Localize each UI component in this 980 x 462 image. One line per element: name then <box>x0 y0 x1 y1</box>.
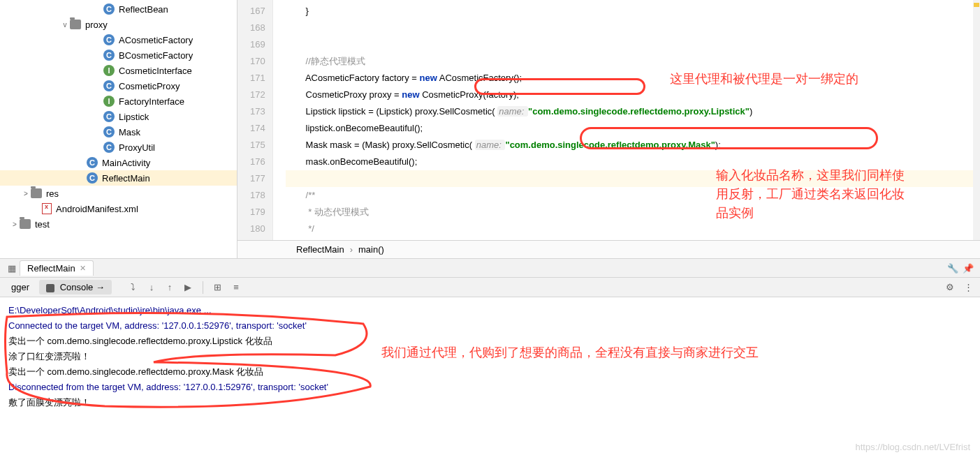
class-icon: C <box>87 157 98 168</box>
line-number: 173 <box>250 103 265 120</box>
line-number: 180 <box>250 221 265 237</box>
project-tree[interactable]: CReflectBeanvproxyCACosmeticFactoryCBCos… <box>0 0 237 258</box>
line-number: 181 <box>250 237 265 240</box>
tab-reflectmain[interactable]: ReflectMain ✕ <box>20 260 94 276</box>
file-icon: ▦ <box>6 262 17 274</box>
tree-item-proxy[interactable]: vproxy <box>0 17 237 32</box>
console-line: E:\DeveloperSoft\Android\studio\jre\bin\… <box>8 303 972 318</box>
console-line: 敷了面膜变漂亮啦！ <box>8 395 972 410</box>
tab-label: ReflectMain <box>27 263 75 274</box>
debug-tab-bar: ▦ ReflectMain ✕ 🔧 📌 <box>0 258 980 278</box>
tree-label: ReflectBean <box>119 4 168 15</box>
line-number: 170 <box>250 53 265 70</box>
folder-icon <box>31 188 42 198</box>
tree-item-acosmeticfactory[interactable]: CACosmeticFactory <box>0 32 237 47</box>
line-number: 176 <box>250 154 265 170</box>
tab-console[interactable]: Console → <box>39 280 112 295</box>
tree-label: proxy <box>85 20 108 30</box>
tree-item-proxyutil[interactable]: CProxyUtil <box>0 140 237 155</box>
evaluate-icon[interactable]: ⊞ <box>212 282 224 293</box>
class-icon: C <box>103 50 115 61</box>
xml-file-icon <box>42 203 52 214</box>
console-output[interactable]: E:\DeveloperSoft\Android\studio\jre\bin\… <box>0 297 980 462</box>
interface-icon: I <box>103 65 115 76</box>
tree-item-reflectmain[interactable]: CReflectMain <box>0 170 237 186</box>
debugger-toolbar: gger Console → ⤵ ↓ ↑ ▶ ⊞ ≡ ⚙ ⋮ <box>0 278 980 297</box>
step-into-icon[interactable]: ↓ <box>146 282 157 293</box>
tree-label: ACosmeticFactory <box>119 35 193 45</box>
console-line: 卖出一个 com.demo.singlecode.reflectdemo.pro… <box>8 334 972 349</box>
line-number: 172 <box>250 87 265 103</box>
tree-item-bcosmeticfactory[interactable]: CBCosmeticFactory <box>0 47 237 63</box>
code-line <box>286 170 980 187</box>
code-line: */ <box>286 221 980 237</box>
code-content[interactable]: } //静态代理模式 ACosmeticFactory factory = ne… <box>273 0 980 240</box>
class-icon: C <box>103 3 115 15</box>
console-line: Connected to the target VM, address: '12… <box>8 318 972 334</box>
line-number: 177 <box>250 170 265 187</box>
class-icon: C <box>103 34 115 45</box>
tree-item-factoryinterface[interactable]: IFactoryInterface <box>0 94 237 109</box>
console-line: Disconnected from the target VM, address… <box>8 380 972 395</box>
trace-icon[interactable]: ≡ <box>231 282 242 293</box>
tree-item-lipstick[interactable]: CLipstick <box>0 109 237 124</box>
layout-settings-icon[interactable]: ⚙ <box>944 282 956 293</box>
class-icon: C <box>103 126 115 137</box>
tree-item-androidmanifest-xml[interactable]: AndroidManifest.xml <box>0 201 237 216</box>
interface-icon: I <box>103 96 115 107</box>
code-line: lipstick.onBecomeBeautiful(); <box>286 120 980 137</box>
more-icon[interactable]: ⋮ <box>963 282 974 293</box>
code-line: mask.onBecomeBeautiful(); <box>286 154 980 170</box>
line-gutter: 1671681691701711721731741751761771781791… <box>237 0 273 240</box>
code-line: //静态代理模式 <box>286 53 980 70</box>
line-number: 175 <box>250 137 265 154</box>
run-to-cursor-icon[interactable]: ▶ <box>182 282 193 293</box>
code-line: CosmeticProxy proxy = new CosmeticProxy(… <box>286 87 980 103</box>
code-line <box>286 36 980 53</box>
tree-item-reflectbean[interactable]: CReflectBean <box>0 1 237 17</box>
editor-markers <box>973 0 980 240</box>
tab-debugger[interactable]: gger <box>4 280 36 295</box>
code-line: ACosmeticFactory factory = new ACosmetic… <box>286 70 980 87</box>
watermark: https://blog.csdn.net/LVEfrist <box>855 440 970 455</box>
line-number: 174 <box>250 120 265 137</box>
tree-label: MainActivity <box>102 158 150 168</box>
settings-icon[interactable]: 🔧 <box>947 262 958 274</box>
tree-item-mainactivity[interactable]: CMainActivity <box>0 155 237 170</box>
code-line: } <box>286 237 980 240</box>
code-editor[interactable]: 1671681691701711721731741751761771781791… <box>237 0 980 258</box>
tree-item-cosmeticproxy[interactable]: CCosmeticProxy <box>0 78 237 94</box>
tree-item-test[interactable]: >test <box>0 216 237 232</box>
line-number: 178 <box>250 187 265 204</box>
tree-label: ProxyUtil <box>119 142 155 153</box>
tree-label: AndroidManifest.xml <box>56 204 138 214</box>
code-line: Mask mask = (Mask) proxy.SellCosmetic( n… <box>286 137 980 154</box>
class-icon: C <box>103 111 115 122</box>
breadcrumb-item[interactable]: main() <box>358 244 384 255</box>
code-line: } <box>286 3 980 20</box>
tree-label: res <box>46 188 59 199</box>
code-line: Lipstick lipstick = (Lipstick) proxy.Sel… <box>286 103 980 120</box>
tree-label: ReflectMain <box>102 173 150 184</box>
breadcrumb[interactable]: ReflectMain › main() <box>237 240 980 258</box>
line-number: 167 <box>250 3 265 20</box>
console-line: 卖出一个 com.demo.singlecode.reflectdemo.pro… <box>8 364 972 380</box>
tree-item-cosmeticinterface[interactable]: ICosmeticInterface <box>0 63 237 78</box>
tree-label: test <box>35 219 50 230</box>
tree-label: Lipstick <box>119 112 149 122</box>
chevron-right-icon: › <box>350 244 353 255</box>
tree-label: CosmeticInterface <box>119 66 192 76</box>
tree-label: CosmeticProxy <box>119 81 180 91</box>
step-out-icon[interactable]: ↑ <box>164 282 175 293</box>
close-icon[interactable]: ✕ <box>80 264 86 273</box>
breadcrumb-item[interactable]: ReflectMain <box>296 244 344 255</box>
tree-label: Mask <box>119 127 140 137</box>
tree-item-res[interactable]: >res <box>0 186 237 201</box>
tree-item-mask[interactable]: CMask <box>0 124 237 140</box>
class-icon: C <box>103 80 115 91</box>
tree-label: FactoryInterface <box>119 96 184 107</box>
step-over-icon[interactable]: ⤵ <box>128 282 139 293</box>
folder-icon <box>70 20 81 29</box>
class-icon: C <box>103 142 115 153</box>
pin-icon[interactable]: 📌 <box>963 262 974 274</box>
